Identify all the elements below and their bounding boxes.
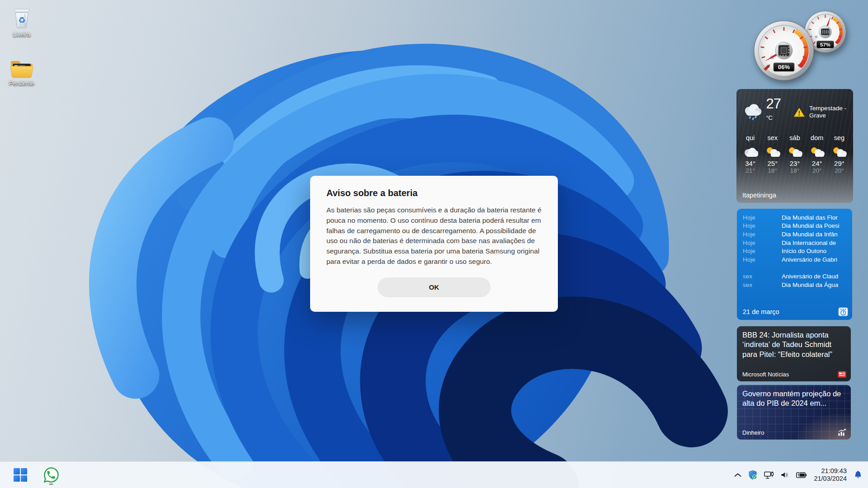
calendar-event[interactable]: sex Aniversário de Claud bbox=[737, 272, 852, 281]
recycle-bin-icon: ♻ bbox=[10, 4, 33, 30]
forecast-day: sex 25° 18° bbox=[761, 134, 783, 174]
clock-date: 21/03/2024 bbox=[814, 475, 847, 483]
weather-forecast: qui 34° 21° sex 25° 18° sáb bbox=[736, 128, 853, 174]
newspaper-icon bbox=[838, 371, 846, 378]
calendar-event[interactable]: Hoje Início do Outono bbox=[737, 247, 852, 255]
calendar-event[interactable]: Hoje Dia Mundial da Infân bbox=[737, 230, 852, 239]
desktop: ♻ Lixeira Pendente bbox=[0, 0, 868, 488]
svg-text:♻: ♻ bbox=[18, 15, 25, 25]
taskbar: 21:09:43 21/03/2024 bbox=[0, 461, 868, 488]
desktop-icon-label: Lixeira bbox=[13, 31, 30, 38]
security-shield-icon bbox=[748, 470, 757, 480]
rain-cloud-icon bbox=[742, 103, 763, 121]
news-source: Microsoft Notícias bbox=[742, 371, 789, 378]
chevron-up-icon bbox=[734, 473, 741, 477]
tray-volume-button[interactable] bbox=[781, 471, 789, 479]
partly-sunny-icon bbox=[787, 146, 802, 157]
cpu-meter-gauge[interactable]: 06% bbox=[752, 19, 816, 82]
clock-time: 21:09:43 bbox=[814, 467, 847, 475]
news-card-bbb[interactable]: BBB 24: Jornalista aponta ‘indireta’ de … bbox=[737, 326, 851, 381]
desktop-icon-label: Pendente bbox=[9, 80, 34, 87]
cpu-percent-label: 06% bbox=[778, 64, 790, 70]
whatsapp-taskbar-button[interactable] bbox=[41, 464, 61, 486]
cloudy-icon bbox=[743, 147, 758, 157]
taskbar-clock[interactable]: 21:09:43 21/03/2024 bbox=[814, 467, 847, 483]
desktop-icon-pendente-folder[interactable]: Pendente bbox=[0, 58, 43, 87]
weather-widget[interactable]: 27 °C Tempestade - Grave qui 34° 21° sex bbox=[736, 89, 853, 203]
calendar-event[interactable]: Hoje Dia Mundial das Flor bbox=[737, 213, 852, 222]
forecast-day: qui 34° 21° bbox=[739, 134, 761, 174]
notification-bell-button[interactable] bbox=[854, 470, 863, 479]
forecast-day: sáb 23° 18° bbox=[783, 134, 806, 174]
tray-network-button[interactable] bbox=[764, 471, 774, 479]
weather-current: 27 °C Tempestade - Grave bbox=[736, 89, 853, 128]
news-source: Dinheiro bbox=[742, 429, 764, 436]
tray-chevron-button[interactable] bbox=[734, 473, 741, 477]
current-temperature: 27 °C bbox=[766, 96, 790, 128]
partly-sunny-icon bbox=[809, 146, 825, 157]
speaker-icon bbox=[781, 471, 789, 479]
start-button[interactable] bbox=[10, 464, 31, 486]
dialog-title: Aviso sobre a bateria bbox=[326, 188, 542, 198]
calendar-date: 21 de março bbox=[743, 308, 779, 315]
tray-security-button[interactable] bbox=[748, 470, 757, 480]
weather-alert-text: Tempestade - Grave bbox=[809, 105, 849, 119]
stock-chart-icon bbox=[838, 429, 846, 436]
weather-warning-icon bbox=[793, 107, 805, 117]
partly-sunny-icon bbox=[831, 146, 847, 157]
weather-location: Itapetininga bbox=[742, 192, 776, 199]
running-indicator bbox=[49, 483, 53, 485]
news-card-pib[interactable]: Governo mantém projeção de alta do PIB d… bbox=[737, 385, 851, 440]
news-title: Governo mantém projeção de alta do PIB d… bbox=[742, 389, 845, 408]
ok-button[interactable]: OK bbox=[377, 277, 491, 297]
calendar-event[interactable]: Hoje Dia Mundial da Poesi bbox=[737, 222, 852, 230]
bell-icon bbox=[854, 470, 863, 479]
calendar-event[interactable]: Hoje Aniversário de Gabri bbox=[737, 255, 852, 264]
battery-charging-icon bbox=[796, 472, 807, 478]
forecast-day: seg 29° 20° bbox=[828, 134, 850, 174]
ram-percent-label: 57% bbox=[820, 42, 830, 47]
forecast-day: dom 24° 20° bbox=[806, 134, 828, 174]
tray-battery-button[interactable] bbox=[796, 472, 807, 478]
news-title: BBB 24: Jornalista aponta ‘indireta’ de … bbox=[742, 330, 845, 359]
desktop-icon-recycle-bin[interactable]: ♻ Lixeira bbox=[0, 4, 43, 38]
whatsapp-icon bbox=[42, 466, 60, 483]
calendar-icon[interactable] bbox=[838, 306, 849, 317]
calendar-event[interactable]: Hoje Dia Internacional de bbox=[737, 239, 852, 247]
calendar-event[interactable]: sex Dia Mundial da Água bbox=[737, 281, 852, 289]
battery-warning-dialog: Aviso sobre a bateria As baterias são pe… bbox=[310, 176, 558, 312]
windows-logo-icon bbox=[14, 468, 27, 482]
folder-icon bbox=[9, 58, 34, 79]
partly-sunny-icon bbox=[765, 146, 780, 157]
ethernet-network-icon bbox=[764, 471, 774, 479]
dialog-body: As baterias são peças consumíveis e a du… bbox=[326, 205, 542, 267]
calendar-widget[interactable]: Hoje Dia Mundial das Flor Hoje Dia Mundi… bbox=[737, 209, 852, 320]
